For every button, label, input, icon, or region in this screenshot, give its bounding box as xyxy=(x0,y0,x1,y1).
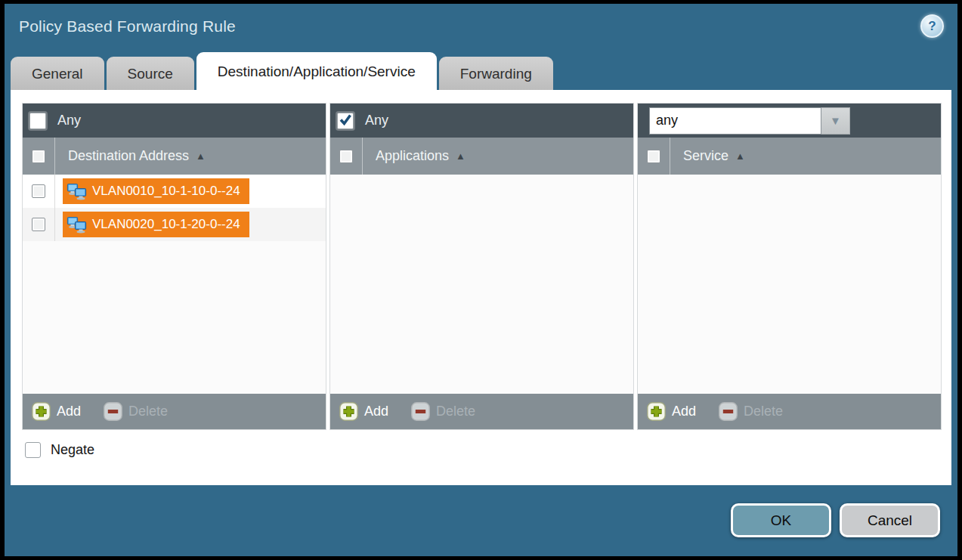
destination-actions-bar: Add Delete xyxy=(23,394,326,429)
negate-label: Negate xyxy=(51,442,94,458)
row-checkbox[interactable] xyxy=(32,184,45,198)
minus-icon xyxy=(104,402,122,421)
destination-column-header[interactable]: Destination Address ▲ xyxy=(23,138,326,175)
table-row[interactable]: VLAN0010_10-1-10-0--24 xyxy=(23,175,326,208)
title-bar: Policy Based Forwarding Rule ? xyxy=(5,4,957,52)
ok-button[interactable]: OK xyxy=(731,503,831,537)
delete-label: Delete xyxy=(744,404,783,419)
plus-icon xyxy=(339,402,358,421)
cancel-button[interactable]: Cancel xyxy=(840,503,940,537)
tab-general[interactable]: General xyxy=(11,57,104,90)
applications-column-header[interactable]: Applications ▲ xyxy=(330,138,633,175)
applications-actions-bar: Add Delete xyxy=(330,394,633,429)
delete-button[interactable]: Delete xyxy=(719,402,783,421)
service-panel: any ▼ Service ▲ xyxy=(638,104,941,429)
service-dropdown-bar: any ▼ xyxy=(638,104,941,138)
chevron-down-icon[interactable]: ▼ xyxy=(821,107,850,135)
tab-content: Any Destination Address ▲ xyxy=(11,90,951,485)
add-label: Add xyxy=(672,404,696,419)
service-column-header[interactable]: Service ▲ xyxy=(638,138,941,175)
sort-asc-icon[interactable]: ▲ xyxy=(456,151,466,161)
sort-asc-icon[interactable]: ▲ xyxy=(196,151,206,161)
add-button[interactable]: Add xyxy=(32,402,81,421)
applications-list xyxy=(330,175,633,394)
help-icon[interactable]: ? xyxy=(920,14,944,38)
tab-bar: General Source Destination/Application/S… xyxy=(5,52,957,90)
minus-icon xyxy=(411,402,430,421)
service-actions-bar: Add Delete xyxy=(638,394,941,429)
applications-any-checkbox[interactable] xyxy=(337,113,354,129)
destination-any-bar: Any xyxy=(23,104,326,138)
network-computers-icon xyxy=(67,216,87,234)
add-label: Add xyxy=(364,404,388,419)
applications-column-label: Applications xyxy=(376,148,449,164)
service-list xyxy=(638,175,941,394)
destination-address-panel: Any Destination Address ▲ xyxy=(23,104,326,429)
destination-list: VLAN0010_10-1-10-0--24 xyxy=(23,175,326,394)
service-column-label: Service xyxy=(683,148,728,164)
tab-source[interactable]: Source xyxy=(107,57,194,90)
service-select-all-checkbox[interactable] xyxy=(647,150,660,163)
address-object-chip[interactable]: VLAN0010_10-1-10-0--24 xyxy=(63,178,249,204)
destination-select-all-checkbox[interactable] xyxy=(32,150,45,163)
delete-button[interactable]: Delete xyxy=(411,402,475,421)
panels-row: Any Destination Address ▲ xyxy=(23,104,941,429)
minus-icon xyxy=(719,402,738,421)
tab-forwarding[interactable]: Forwarding xyxy=(439,57,553,90)
negate-row: Negate xyxy=(25,442,941,458)
address-object-label: VLAN0020_10-1-20-0--24 xyxy=(92,217,240,232)
check-icon xyxy=(339,113,352,126)
applications-any-bar: Any xyxy=(330,104,633,138)
destination-any-checkbox[interactable] xyxy=(29,113,46,129)
plus-icon xyxy=(647,402,666,421)
applications-panel: Any Applications ▲ xyxy=(330,104,633,429)
plus-icon xyxy=(32,402,51,421)
delete-button[interactable]: Delete xyxy=(104,402,168,421)
dialog-footer: OK Cancel xyxy=(5,485,957,556)
address-object-label: VLAN0010_10-1-10-0--24 xyxy=(92,184,240,199)
add-button[interactable]: Add xyxy=(647,402,696,421)
dialog-title: Policy Based Forwarding Rule xyxy=(19,17,236,36)
negate-checkbox[interactable] xyxy=(25,442,41,458)
delete-label: Delete xyxy=(436,404,475,419)
add-button[interactable]: Add xyxy=(339,402,388,421)
destination-any-label: Any xyxy=(57,113,81,128)
add-label: Add xyxy=(57,404,81,419)
row-checkbox[interactable] xyxy=(32,218,45,231)
applications-any-label: Any xyxy=(365,113,388,128)
tab-destination-application-service[interactable]: Destination/Application/Service xyxy=(196,52,437,90)
service-dropdown-value[interactable]: any xyxy=(649,107,821,135)
table-row[interactable]: VLAN0020_10-1-20-0--24 xyxy=(23,208,326,241)
address-object-chip[interactable]: VLAN0020_10-1-20-0--24 xyxy=(63,212,249,237)
sort-asc-icon[interactable]: ▲ xyxy=(735,151,745,161)
delete-label: Delete xyxy=(128,404,168,419)
service-dropdown: any ▼ xyxy=(649,107,850,135)
destination-column-label: Destination Address xyxy=(68,148,189,164)
policy-forwarding-dialog: Policy Based Forwarding Rule ? General S… xyxy=(5,4,957,556)
applications-select-all-checkbox[interactable] xyxy=(339,150,353,163)
network-computers-icon xyxy=(67,183,87,200)
